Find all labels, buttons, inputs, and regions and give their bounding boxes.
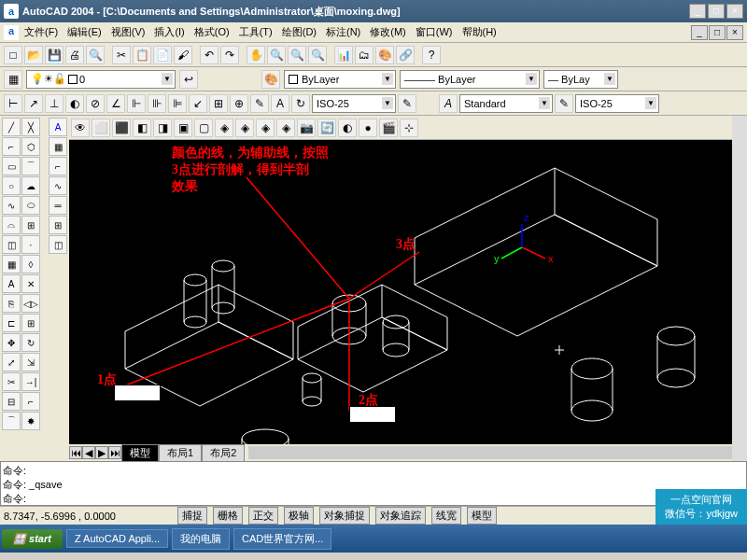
rectangle-icon[interactable]: ▭ <box>2 157 21 175</box>
zoom-win-icon[interactable]: 🔍 <box>288 46 306 64</box>
neiso-icon[interactable]: ◈ <box>256 119 275 137</box>
otrack-toggle[interactable]: 对象追踪 <box>375 507 426 525</box>
dimstyle-icon[interactable]: ✎ <box>398 94 416 113</box>
seiso-icon[interactable]: ◈ <box>235 119 254 137</box>
arc-icon[interactable]: ⌒ <box>21 157 40 175</box>
3dorbit-icon[interactable]: 🔄 <box>317 119 336 137</box>
point-icon[interactable]: · <box>21 235 40 254</box>
zoom-prev-icon[interactable]: 🔍 <box>308 46 327 64</box>
dimbase-icon[interactable]: ⊪ <box>148 94 166 113</box>
layer-prev-icon[interactable]: ↩ <box>179 70 198 89</box>
dimdia-icon[interactable]: ⊘ <box>86 94 105 113</box>
render-icon[interactable]: 🎬 <box>379 119 398 137</box>
dimord-icon[interactable]: ⊥ <box>45 94 63 113</box>
snap-toggle[interactable]: 捕捉 <box>177 507 207 525</box>
menu-dimension[interactable]: 标注(N) <box>322 23 364 41</box>
revcloud-icon[interactable]: ☁ <box>21 176 40 195</box>
tab-last-icon[interactable]: ⏭ <box>108 446 121 459</box>
erase-icon[interactable]: ✕ <box>21 274 40 293</box>
hedit-icon[interactable]: ▦ <box>49 137 67 156</box>
mdi-close[interactable]: × <box>726 25 743 40</box>
pan-icon[interactable]: ✋ <box>247 46 265 64</box>
taskbar-autocad[interactable]: Z AutoCAD Appli... <box>66 529 168 548</box>
close-button[interactable]: × <box>726 4 743 19</box>
named-views-icon[interactable]: 👁 <box>71 119 90 137</box>
mirror-icon[interactable]: ◁▷ <box>21 294 40 313</box>
trim-icon[interactable]: ✂ <box>2 372 21 391</box>
pline-icon[interactable]: ⌐ <box>2 137 21 156</box>
ellipse-icon[interactable]: ⬭ <box>21 196 40 215</box>
maximize-button[interactable]: □ <box>708 4 725 19</box>
tab-prev-icon[interactable]: ◀ <box>82 446 95 459</box>
menu-view[interactable]: 视图(V) <box>107 23 149 41</box>
osnap-toggle[interactable]: 对象捕捉 <box>319 507 370 525</box>
vscrollbar[interactable] <box>732 116 747 461</box>
extend-icon[interactable]: →| <box>21 372 40 391</box>
menu-modify[interactable]: 修改(M) <box>366 23 410 41</box>
offset-icon[interactable]: ⊏ <box>2 314 21 332</box>
menu-tools[interactable]: 工具(T) <box>235 23 276 41</box>
fillet-icon[interactable]: ⌒ <box>2 412 21 430</box>
attedit-icon[interactable]: ⊞ <box>49 216 67 234</box>
menu-help[interactable]: 帮助(H) <box>458 23 500 41</box>
nwiso-icon[interactable]: ◈ <box>276 119 295 137</box>
menu-format[interactable]: 格式(O) <box>190 23 233 41</box>
preview-icon[interactable]: 🔍 <box>86 46 105 64</box>
line-icon[interactable]: ╱ <box>2 118 21 136</box>
block-icon[interactable]: ◫ <box>2 235 21 254</box>
qdim-icon[interactable]: ⊩ <box>127 94 146 113</box>
bottom-view-icon[interactable]: ⬛ <box>112 119 131 137</box>
textstyle-icon[interactable]: A <box>439 94 458 113</box>
grid-toggle[interactable]: 栅格 <box>213 507 243 525</box>
save-icon[interactable]: 💾 <box>45 46 63 64</box>
scale-icon[interactable]: ⤢ <box>2 353 21 371</box>
matchprop-icon[interactable]: 🖌 <box>174 46 192 64</box>
help-icon[interactable]: ? <box>422 46 441 64</box>
menu-file[interactable]: 文件(F) <box>21 23 62 41</box>
array-icon[interactable]: ⊞ <box>21 314 40 332</box>
mtext-icon[interactable]: A <box>2 274 21 293</box>
textstyle-combo[interactable]: Standard <box>459 94 553 113</box>
tab-layout1[interactable]: 布局1 <box>159 444 202 462</box>
tab-model[interactable]: 模型 <box>121 444 159 462</box>
zoom-rt-icon[interactable]: 🔍 <box>267 46 286 64</box>
region-icon[interactable]: ◊ <box>21 255 40 273</box>
top-view-icon[interactable]: ⬜ <box>92 119 110 137</box>
qleader-icon[interactable]: ↙ <box>189 94 207 113</box>
back-view-icon[interactable]: ▢ <box>194 119 213 137</box>
drawing-canvas[interactable]: x y z 颜色的线，为辅助线，按照 3点进行剖解，得到半剖 效果 3点 1点 … <box>69 140 732 444</box>
mdi-restore[interactable]: □ <box>709 25 726 40</box>
front-view-icon[interactable]: ▣ <box>174 119 192 137</box>
layer-mgr-icon[interactable]: ▦ <box>4 70 22 89</box>
tp-icon[interactable]: 🎨 <box>375 46 394 64</box>
shade-icon[interactable]: ● <box>359 119 377 137</box>
dimstyle-combo[interactable]: ISO-25 <box>312 94 396 113</box>
color-icon[interactable]: 🎨 <box>261 70 280 89</box>
xline-icon[interactable]: ╳ <box>21 118 40 136</box>
move-icon[interactable]: ✥ <box>2 333 21 352</box>
dc-icon[interactable]: 🗂 <box>355 46 374 64</box>
polygon-icon[interactable]: ⬡ <box>21 137 40 156</box>
undo-icon[interactable]: ↶ <box>200 46 218 64</box>
hatch-icon[interactable]: ▦ <box>2 255 21 273</box>
dimstyle2-icon[interactable]: ✎ <box>555 94 573 113</box>
new-icon[interactable]: □ <box>4 46 22 64</box>
start-button[interactable]: 🪟 start <box>2 529 63 549</box>
mtext2-icon[interactable]: A <box>49 118 67 136</box>
right-view-icon[interactable]: ◨ <box>153 119 172 137</box>
menu-insert[interactable]: 插入(I) <box>150 23 188 41</box>
linetype-combo[interactable]: ——— ByLayer <box>400 70 540 89</box>
dimcenter-icon[interactable]: ⊕ <box>230 94 248 113</box>
menu-draw[interactable]: 绘图(D) <box>278 23 320 41</box>
splinedit-icon[interactable]: ∿ <box>49 176 67 195</box>
spline-icon[interactable]: ∿ <box>2 196 21 215</box>
copy-icon[interactable]: 📋 <box>133 46 151 64</box>
left-view-icon[interactable]: ◧ <box>133 119 151 137</box>
polar-toggle[interactable]: 极轴 <box>284 507 314 525</box>
ellipsearc-icon[interactable]: ⌓ <box>2 216 21 234</box>
tab-first-icon[interactable]: ⏮ <box>69 446 82 459</box>
dbconnect-icon[interactable]: 🔗 <box>396 46 415 64</box>
ortho-toggle[interactable]: 正交 <box>248 507 278 525</box>
battman-icon[interactable]: ◫ <box>49 235 67 254</box>
color-combo[interactable]: ByLayer <box>284 70 396 89</box>
